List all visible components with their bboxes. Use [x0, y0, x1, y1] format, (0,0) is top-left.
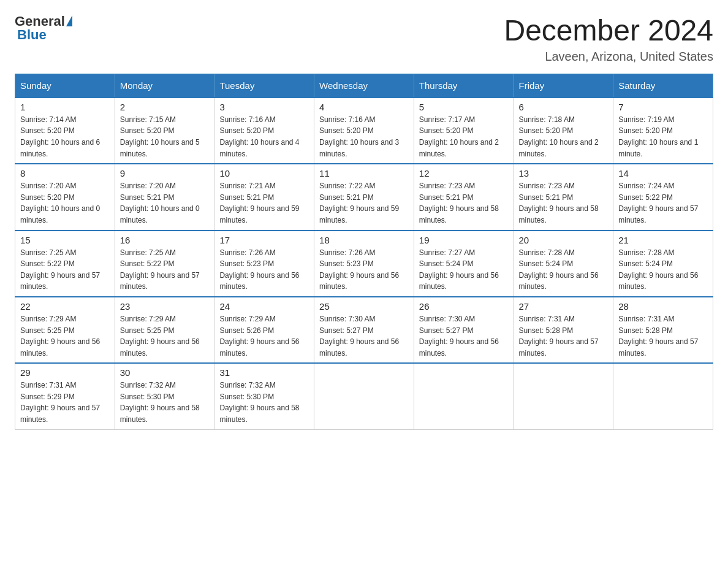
day-number: 2: [120, 102, 210, 112]
calendar-cell: 5 Sunrise: 7:17 AM Sunset: 5:20 PM Dayli…: [414, 98, 514, 164]
day-info: Sunrise: 7:31 AM Sunset: 5:28 PM Dayligh…: [618, 313, 708, 359]
calendar-table: SundayMondayTuesdayWednesdayThursdayFrid…: [15, 74, 713, 430]
day-info: Sunrise: 7:32 AM Sunset: 5:30 PM Dayligh…: [120, 380, 210, 425]
day-info: Sunrise: 7:18 AM Sunset: 5:20 PM Dayligh…: [519, 114, 609, 159]
calendar-week-row: 8 Sunrise: 7:20 AM Sunset: 5:20 PM Dayli…: [15, 164, 713, 230]
day-info: Sunrise: 7:26 AM Sunset: 5:23 PM Dayligh…: [219, 247, 309, 293]
day-number: 19: [419, 235, 509, 245]
day-number: 12: [419, 168, 509, 178]
day-info: Sunrise: 7:16 AM Sunset: 5:20 PM Dayligh…: [219, 114, 309, 159]
day-info: Sunrise: 7:29 AM Sunset: 5:26 PM Dayligh…: [219, 313, 309, 359]
calendar-cell: 8 Sunrise: 7:20 AM Sunset: 5:20 PM Dayli…: [15, 164, 115, 230]
calendar-header-saturday: Saturday: [613, 74, 713, 98]
calendar-cell: 10 Sunrise: 7:21 AM Sunset: 5:21 PM Dayl…: [214, 164, 314, 230]
day-number: 14: [618, 168, 708, 178]
calendar-cell: 23 Sunrise: 7:29 AM Sunset: 5:25 PM Dayl…: [115, 297, 214, 363]
day-number: 16: [120, 235, 210, 245]
calendar-cell: 31 Sunrise: 7:32 AM Sunset: 5:30 PM Dayl…: [214, 363, 314, 429]
calendar-cell: [314, 363, 414, 429]
day-info: Sunrise: 7:25 AM Sunset: 5:22 PM Dayligh…: [20, 247, 110, 293]
day-info: Sunrise: 7:28 AM Sunset: 5:24 PM Dayligh…: [519, 247, 609, 293]
day-number: 27: [519, 301, 609, 312]
day-number: 22: [20, 301, 110, 312]
calendar-cell: 21 Sunrise: 7:28 AM Sunset: 5:24 PM Dayl…: [613, 231, 713, 297]
day-info: Sunrise: 7:25 AM Sunset: 5:22 PM Dayligh…: [120, 247, 210, 293]
day-info: Sunrise: 7:23 AM Sunset: 5:21 PM Dayligh…: [519, 180, 609, 226]
calendar-cell: 20 Sunrise: 7:28 AM Sunset: 5:24 PM Dayl…: [514, 231, 613, 297]
calendar-cell: 28 Sunrise: 7:31 AM Sunset: 5:28 PM Dayl…: [613, 297, 713, 363]
day-info: Sunrise: 7:16 AM Sunset: 5:20 PM Dayligh…: [319, 114, 409, 159]
calendar-cell: 13 Sunrise: 7:23 AM Sunset: 5:21 PM Dayl…: [514, 164, 613, 230]
calendar-cell: 18 Sunrise: 7:26 AM Sunset: 5:23 PM Dayl…: [314, 231, 414, 297]
calendar-cell: 12 Sunrise: 7:23 AM Sunset: 5:21 PM Dayl…: [414, 164, 514, 230]
day-number: 18: [319, 235, 409, 245]
month-title: December 2024: [504, 15, 713, 47]
calendar-cell: [414, 363, 514, 429]
calendar-cell: 7 Sunrise: 7:19 AM Sunset: 5:20 PM Dayli…: [613, 98, 713, 164]
day-number: 8: [20, 168, 110, 178]
day-number: 6: [519, 102, 609, 112]
day-info: Sunrise: 7:26 AM Sunset: 5:23 PM Dayligh…: [319, 247, 409, 293]
calendar-header-thursday: Thursday: [414, 74, 514, 98]
day-number: 15: [20, 235, 110, 245]
day-info: Sunrise: 7:24 AM Sunset: 5:22 PM Dayligh…: [618, 180, 708, 226]
day-info: Sunrise: 7:27 AM Sunset: 5:24 PM Dayligh…: [419, 247, 509, 293]
day-number: 21: [618, 235, 708, 245]
day-number: 26: [419, 301, 509, 312]
day-number: 29: [20, 367, 110, 378]
calendar-header-wednesday: Wednesday: [314, 74, 414, 98]
calendar-cell: 19 Sunrise: 7:27 AM Sunset: 5:24 PM Dayl…: [414, 231, 514, 297]
day-info: Sunrise: 7:20 AM Sunset: 5:20 PM Dayligh…: [20, 180, 110, 226]
day-info: Sunrise: 7:22 AM Sunset: 5:21 PM Dayligh…: [319, 180, 409, 226]
day-info: Sunrise: 7:29 AM Sunset: 5:25 PM Dayligh…: [20, 313, 110, 359]
calendar-cell: 26 Sunrise: 7:30 AM Sunset: 5:27 PM Dayl…: [414, 297, 514, 363]
calendar-week-row: 15 Sunrise: 7:25 AM Sunset: 5:22 PM Dayl…: [15, 231, 713, 297]
calendar-week-row: 22 Sunrise: 7:29 AM Sunset: 5:25 PM Dayl…: [15, 297, 713, 363]
day-number: 28: [618, 301, 708, 312]
calendar-cell: 4 Sunrise: 7:16 AM Sunset: 5:20 PM Dayli…: [314, 98, 414, 164]
calendar-cell: 16 Sunrise: 7:25 AM Sunset: 5:22 PM Dayl…: [115, 231, 214, 297]
calendar-header-sunday: Sunday: [15, 74, 115, 98]
calendar-cell: 2 Sunrise: 7:15 AM Sunset: 5:20 PM Dayli…: [115, 98, 214, 164]
day-number: 20: [519, 235, 609, 245]
day-number: 9: [120, 168, 210, 178]
day-number: 1: [20, 102, 110, 112]
day-number: 13: [519, 168, 609, 178]
day-number: 11: [319, 168, 409, 178]
calendar-cell: 17 Sunrise: 7:26 AM Sunset: 5:23 PM Dayl…: [214, 231, 314, 297]
day-info: Sunrise: 7:23 AM Sunset: 5:21 PM Dayligh…: [419, 180, 509, 226]
day-number: 31: [219, 367, 309, 378]
title-section: December 2024 Laveen, Arizona, United St…: [504, 15, 713, 64]
calendar-cell: 30 Sunrise: 7:32 AM Sunset: 5:30 PM Dayl…: [115, 363, 214, 429]
day-number: 4: [319, 102, 409, 112]
day-number: 30: [120, 367, 210, 378]
location-title: Laveen, Arizona, United States: [504, 50, 713, 64]
calendar-cell: 29 Sunrise: 7:31 AM Sunset: 5:29 PM Dayl…: [15, 363, 115, 429]
calendar-cell: 6 Sunrise: 7:18 AM Sunset: 5:20 PM Dayli…: [514, 98, 613, 164]
day-number: 23: [120, 301, 210, 312]
day-info: Sunrise: 7:28 AM Sunset: 5:24 PM Dayligh…: [618, 247, 708, 293]
calendar-cell: 27 Sunrise: 7:31 AM Sunset: 5:28 PM Dayl…: [514, 297, 613, 363]
day-info: Sunrise: 7:20 AM Sunset: 5:21 PM Dayligh…: [120, 180, 210, 226]
calendar-cell: 14 Sunrise: 7:24 AM Sunset: 5:22 PM Dayl…: [613, 164, 713, 230]
page-header: General Blue December 2024 Laveen, Arizo…: [15, 15, 713, 64]
day-number: 7: [618, 102, 708, 112]
calendar-cell: [613, 363, 713, 429]
calendar-header-monday: Monday: [115, 74, 214, 98]
day-info: Sunrise: 7:31 AM Sunset: 5:28 PM Dayligh…: [519, 313, 609, 359]
day-info: Sunrise: 7:29 AM Sunset: 5:25 PM Dayligh…: [120, 313, 210, 359]
day-number: 3: [219, 102, 309, 112]
logo-general-text: General: [15, 15, 65, 28]
calendar-cell: [514, 363, 613, 429]
calendar-cell: 9 Sunrise: 7:20 AM Sunset: 5:21 PM Dayli…: [115, 164, 214, 230]
calendar-header-friday: Friday: [514, 74, 613, 98]
calendar-cell: 22 Sunrise: 7:29 AM Sunset: 5:25 PM Dayl…: [15, 297, 115, 363]
day-info: Sunrise: 7:31 AM Sunset: 5:29 PM Dayligh…: [20, 380, 110, 425]
calendar-week-row: 1 Sunrise: 7:14 AM Sunset: 5:20 PM Dayli…: [15, 98, 713, 164]
calendar-cell: 3 Sunrise: 7:16 AM Sunset: 5:20 PM Dayli…: [214, 98, 314, 164]
calendar-cell: 1 Sunrise: 7:14 AM Sunset: 5:20 PM Dayli…: [15, 98, 115, 164]
day-info: Sunrise: 7:30 AM Sunset: 5:27 PM Dayligh…: [319, 313, 409, 359]
day-info: Sunrise: 7:17 AM Sunset: 5:20 PM Dayligh…: [419, 114, 509, 159]
calendar-header-row: SundayMondayTuesdayWednesdayThursdayFrid…: [15, 74, 713, 98]
calendar-cell: 24 Sunrise: 7:29 AM Sunset: 5:26 PM Dayl…: [214, 297, 314, 363]
